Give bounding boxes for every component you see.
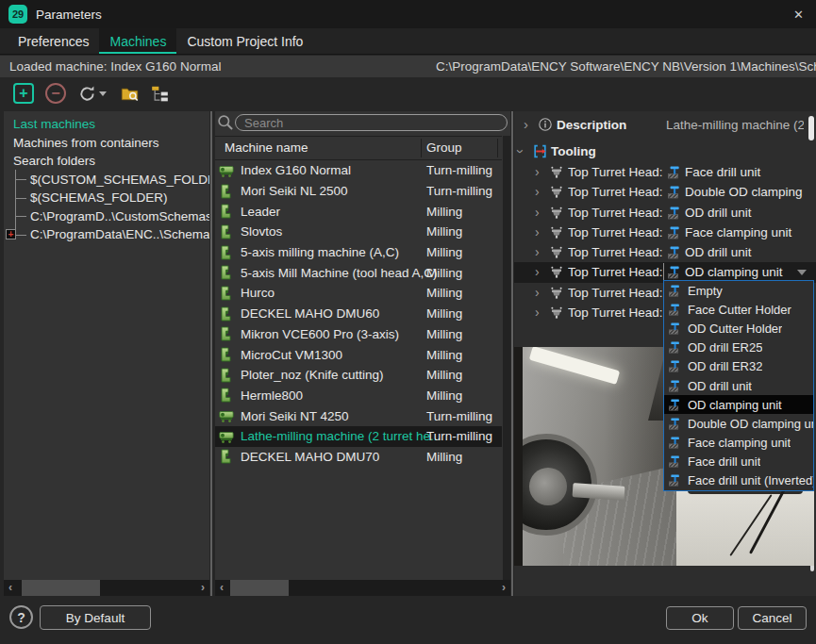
chevron-right-icon[interactable]: › (535, 245, 540, 258)
turret-head-label: Top Turret Head: P (568, 245, 663, 259)
scroll-right-icon[interactable]: › (196, 580, 209, 596)
turret-head-label: Top Turret Head: P (568, 225, 663, 239)
tooling-row[interactable]: › Top Turret Head: P OD drill unit (514, 242, 816, 262)
description-value[interactable]: Lathe-milling machine (2 t (666, 118, 804, 132)
chevron-right-icon[interactable]: › (535, 206, 540, 219)
dropdown-item[interactable]: Face drill unit (Inverted) (664, 471, 813, 490)
close-icon[interactable]: ✕ (790, 6, 808, 24)
machine-list-horizontal-scrollbar[interactable]: ‹ › (215, 580, 510, 596)
scroll-right-icon[interactable]: › (497, 580, 510, 596)
machine-list-vertical-scrollbar[interactable] (503, 136, 510, 580)
help-button[interactable]: ? (9, 605, 33, 629)
ok-button[interactable]: Ok (666, 606, 734, 630)
machine-name: 5-axis milling machine (A,C) (241, 245, 502, 259)
search-input[interactable] (235, 114, 508, 131)
refresh-dropdown-caret-icon[interactable] (99, 91, 107, 96)
panel-splitter[interactable] (210, 111, 212, 596)
chevron-right-icon[interactable]: › (524, 117, 528, 131)
tree-view-button[interactable] (150, 84, 169, 103)
right-panel-scrollbar-thumb[interactable] (808, 116, 814, 140)
table-row[interactable]: LeaderMilling (215, 201, 502, 222)
chevron-right-icon[interactable]: › (535, 305, 540, 319)
cancel-button[interactable]: Cancel (738, 606, 807, 630)
chevron-down-icon[interactable]: › (514, 149, 528, 154)
scrollbar-thumb[interactable] (230, 580, 289, 596)
dropdown-item[interactable]: Empty (664, 281, 813, 300)
folder-item[interactable]: C:\ProgramD..\CustomSchemas (4, 207, 209, 226)
sidebar-item-last-machines[interactable]: Last machines (4, 115, 209, 134)
table-row[interactable]: Ploter_noz (Knife cutting)Milling (215, 365, 502, 386)
scroll-left-icon[interactable]: ‹ (4, 580, 17, 596)
tool-value[interactable]: Face drill unit (685, 165, 806, 179)
turn-milling-machine-icon (219, 163, 234, 178)
scroll-left-icon[interactable]: ‹ (215, 580, 228, 596)
refresh-button[interactable] (77, 84, 96, 103)
chevron-right-icon[interactable]: › (535, 265, 540, 278)
tooling-row[interactable]: › Top Turret Head: P OD drill unit (514, 203, 816, 223)
dropdown-item[interactable]: OD drill unit (664, 376, 813, 395)
dropdown-item[interactable]: OD drill ER25 (664, 339, 813, 357)
tool-value[interactable]: OD drill unit (685, 206, 806, 220)
table-row[interactable]: DECKEL MAHO DMU60Milling (215, 304, 502, 324)
table-row[interactable]: Mori Seiki NL 2500Turn-milling (215, 181, 502, 202)
panel-splitter[interactable] (511, 111, 513, 596)
by-default-button[interactable]: By Default (40, 605, 151, 630)
sidebar-item-search-folders[interactable]: Search folders (4, 152, 209, 171)
folder-item[interactable]: $(CUSTOM_SCHEMAS_FOLDER) (4, 171, 209, 190)
tooling-section-row[interactable]: › Tooling (514, 140, 816, 161)
table-row[interactable]: 5-axis milling machine (A,C)Milling (215, 242, 502, 263)
folder-item[interactable]: $(SCHEMAS_FOLDER) (4, 189, 209, 207)
tooling-row[interactable]: › Top Turret Head: P Face drill unit (514, 162, 816, 182)
column-header-machine-name[interactable]: Machine name (225, 140, 308, 155)
machine-group: Turn-milling (426, 429, 492, 443)
column-divider[interactable] (497, 139, 498, 157)
table-row[interactable]: MicroCut VM1300Milling (215, 344, 502, 365)
remove-machine-button[interactable]: − (45, 83, 66, 104)
table-row-selected[interactable]: Lathe-milling machine (2 turret he...Tur… (215, 426, 502, 447)
table-row[interactable]: 5-axis Mill Machine (tool head A,C)Milli… (215, 262, 502, 283)
description-row[interactable]: › Description Lathe-milling machine (2 t (514, 113, 816, 136)
machine-name: Hermle800 (241, 388, 502, 403)
tool-combobox-value[interactable]: OD clamping unit (685, 265, 806, 279)
tab-machines[interactable]: Machines (99, 28, 176, 54)
tab-preferences[interactable]: Preferences (8, 28, 99, 54)
column-divider[interactable] (421, 139, 422, 157)
dropdown-item[interactable]: Face drill unit (664, 453, 813, 471)
column-header-group[interactable]: Group (426, 140, 462, 155)
table-row[interactable]: Mikron VCE600 Pro (3-axis)Milling (215, 324, 502, 345)
dropdown-item[interactable]: Double OD clamping unit (664, 414, 813, 433)
table-row[interactable]: SlovtosMilling (215, 222, 502, 242)
tab-custom-project-info[interactable]: Custom Project Info (176, 28, 313, 54)
tool-value[interactable]: Double OD clamping ur (685, 185, 806, 199)
table-row[interactable]: Hermle800Milling (215, 386, 502, 406)
machine-group: Milling (426, 266, 462, 280)
scrollbar-thumb[interactable] (22, 580, 100, 596)
tooling-row[interactable]: › Top Turret Head: P Double OD clamping … (514, 182, 816, 202)
table-row[interactable]: Index G160 NormalTurn-milling (215, 160, 502, 181)
dropdown-item[interactable]: Face Cutter Holder (664, 300, 813, 319)
table-row[interactable]: HurcoMilling (215, 283, 502, 304)
chevron-right-icon[interactable]: › (535, 225, 540, 239)
folder-item[interactable]: C:\ProgramData\ENC..\Schemas (4, 225, 209, 244)
tree-expand-icon[interactable]: + (6, 229, 16, 239)
dropdown-item[interactable]: OD Cutter Holder (664, 319, 813, 338)
sidebar-item-machines-from-containers[interactable]: Machines from containers (4, 134, 209, 153)
turret-head-icon (549, 185, 564, 200)
title-bar: 29 Parameters ✕ (0, 0, 816, 28)
tooling-row[interactable]: › Top Turret Head: P Face clamping unit (514, 223, 816, 242)
dropdown-item[interactable]: Face clamping unit (664, 434, 813, 453)
dropdown-item-selected[interactable]: OD clamping unit (664, 395, 813, 414)
add-machine-button[interactable]: + (13, 83, 34, 104)
table-row[interactable]: Mori Seiki NT 4250Turn-milling (215, 405, 502, 426)
chevron-right-icon[interactable]: › (535, 165, 540, 178)
dropdown-item[interactable]: OD drill ER32 (664, 357, 813, 376)
tooling-icon (532, 143, 548, 159)
left-horizontal-scrollbar[interactable]: ‹ › (4, 580, 209, 596)
tool-value[interactable]: Face clamping unit (685, 225, 806, 239)
combobox-arrow-icon[interactable] (797, 270, 807, 275)
chevron-right-icon[interactable]: › (535, 185, 540, 198)
chevron-right-icon[interactable]: › (535, 286, 540, 299)
search-folder-button[interactable] (120, 84, 139, 103)
table-row[interactable]: DECKEL MAHO DMU70Milling (215, 447, 502, 468)
tool-value[interactable]: OD drill unit (685, 245, 806, 259)
